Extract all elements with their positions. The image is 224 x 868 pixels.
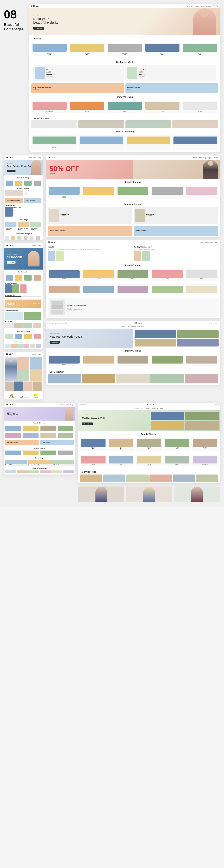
list-item[interactable] xyxy=(33,274,41,281)
nav-4l-c[interactable]: Blog xyxy=(210,242,213,243)
hero-btn-2[interactable]: Shop Now xyxy=(7,170,16,172)
insta-item[interactable] xyxy=(28,470,39,473)
list-item[interactable] xyxy=(57,450,74,455)
oc-item-2[interactable] xyxy=(103,474,125,482)
list-item[interactable]: Denim$48 xyxy=(80,438,107,451)
list-item[interactable] xyxy=(5,450,21,455)
insta-item[interactable] xyxy=(36,236,40,240)
nav-4l-b[interactable]: Shop xyxy=(205,242,208,243)
list-item[interactable] xyxy=(116,186,149,199)
nav-5a[interactable]: Home xyxy=(122,326,125,328)
mosaic-item-c[interactable] xyxy=(23,381,32,391)
list-item[interactable]: Denim xyxy=(48,269,81,281)
sala-product-1[interactable] xyxy=(31,120,77,128)
list-item[interactable] xyxy=(40,433,56,439)
list-item[interactable] xyxy=(33,333,41,339)
insta-item[interactable] xyxy=(11,236,15,240)
hero-shop-button[interactable]: Shop Now xyxy=(33,27,44,30)
list-item[interactable]: Dressing for Late Night xyxy=(18,222,29,231)
list-item[interactable]: Brown$44 xyxy=(192,438,218,451)
list-item[interactable] xyxy=(24,274,32,281)
list-item[interactable]: Green$38 xyxy=(164,438,190,451)
nav-6d[interactable]: Accessories xyxy=(151,407,158,409)
deal-card-right[interactable]: Green Coat ★★★★★ $120.00 Sold: 40/100 xyxy=(125,65,216,81)
insta-item[interactable] xyxy=(5,470,16,473)
list-item[interactable] xyxy=(5,425,21,431)
list-item[interactable]: White xyxy=(185,269,218,281)
nav-shop[interactable]: Shop xyxy=(191,5,194,7)
list-item[interactable] xyxy=(15,180,23,186)
list-item[interactable]: Duke of Lyf Summer xyxy=(5,460,27,466)
nav-3l-c[interactable]: Blog xyxy=(203,157,206,158)
deal-women-item-1[interactable] xyxy=(5,190,23,196)
collection-btn[interactable]: Shop Now xyxy=(82,423,93,425)
list-item[interactable]: Beige xyxy=(144,101,180,113)
nav-3l-a[interactable]: Home xyxy=(193,157,197,158)
insta-item[interactable] xyxy=(24,236,27,240)
nav-pages[interactable]: Pages xyxy=(200,5,204,7)
nav-5e[interactable]: Sale xyxy=(141,326,144,328)
list-item[interactable] xyxy=(116,284,149,294)
list-item[interactable] xyxy=(57,425,74,431)
list-item[interactable] xyxy=(185,354,218,366)
collection-item-5[interactable] xyxy=(185,374,218,383)
promo-shoes-5s[interactable]: Shoes Collection xyxy=(40,440,74,445)
collection-product-4[interactable] xyxy=(185,421,219,430)
nav-3l-e[interactable]: Trending xyxy=(213,157,218,158)
collection-item-1[interactable] xyxy=(48,374,81,383)
mosaic-item-b[interactable] xyxy=(14,381,23,391)
list-item[interactable]: Gray Coat$89 xyxy=(107,43,143,56)
sala-product-2[interactable] xyxy=(78,120,124,128)
list-item[interactable] xyxy=(5,274,13,281)
list-item[interactable]: Pink xyxy=(150,269,184,281)
list-item[interactable] xyxy=(15,333,23,339)
list-item[interactable]: Rose xyxy=(80,455,107,466)
list-item[interactable] xyxy=(82,354,115,366)
nav-6e[interactable]: Blog xyxy=(160,407,163,409)
list-item[interactable] xyxy=(150,284,184,294)
list-item[interactable]: Sky xyxy=(108,455,135,466)
list-item[interactable]: Best Fashion Week xyxy=(30,222,41,231)
list-item[interactable]: White xyxy=(182,101,218,113)
nav-link-3[interactable]: Home xyxy=(32,245,36,246)
insta-item[interactable] xyxy=(17,470,28,473)
list-item[interactable] xyxy=(40,425,56,431)
collection-product-2[interactable] xyxy=(185,412,219,421)
nav-contact[interactable]: Trending xyxy=(205,5,211,7)
list-item[interactable] xyxy=(40,450,56,455)
nav-home[interactable]: Home xyxy=(186,5,190,7)
oc-item-6[interactable] xyxy=(196,474,218,482)
feature-item-1[interactable] xyxy=(5,312,23,320)
nav-3l-b[interactable]: Shop xyxy=(198,157,201,158)
list-item[interactable]: Best Fashion Week xyxy=(51,460,74,466)
insta-item[interactable] xyxy=(30,344,35,348)
nav-6b[interactable]: Men xyxy=(141,407,143,409)
list-item[interactable] xyxy=(33,180,41,186)
nav-link-3b[interactable]: Shop xyxy=(37,245,41,246)
list-item[interactable]: Sand xyxy=(136,455,163,466)
insta-item[interactable] xyxy=(30,236,33,240)
oc-item-1[interactable] xyxy=(80,474,103,482)
list-item[interactable] xyxy=(23,450,39,455)
cart-icon[interactable]: 🛒 xyxy=(213,5,215,7)
nav-5d[interactable]: Kids xyxy=(137,326,140,328)
insta-item[interactable] xyxy=(36,344,41,348)
insta-item[interactable] xyxy=(51,470,62,473)
list-item[interactable] xyxy=(24,180,32,186)
insta-item[interactable] xyxy=(5,344,11,348)
man-product-3[interactable] xyxy=(135,339,176,347)
list-item[interactable]: Blue Top$24 xyxy=(31,43,68,56)
list-item[interactable]: Tan$32 xyxy=(108,438,135,451)
collection-product-3[interactable] xyxy=(150,421,184,430)
nav-link-home-2[interactable]: Home xyxy=(28,157,32,158)
insta-item[interactable] xyxy=(23,344,29,348)
hero-btn-3[interactable]: Shop Now xyxy=(7,261,16,264)
new-man-btn[interactable]: Shop Men xyxy=(50,341,60,344)
list-item[interactable]: New xyxy=(48,186,81,199)
nav-link-shop-2[interactable]: Shop xyxy=(33,157,36,158)
list-item[interactable]: Dressing for Late Night xyxy=(28,460,51,466)
insta-item[interactable] xyxy=(40,470,51,473)
list-item[interactable] xyxy=(5,180,13,186)
promo-shoes-3l[interactable]: Shoes Collection Shop → xyxy=(134,226,218,236)
nav-5c[interactable]: Women xyxy=(131,326,136,328)
